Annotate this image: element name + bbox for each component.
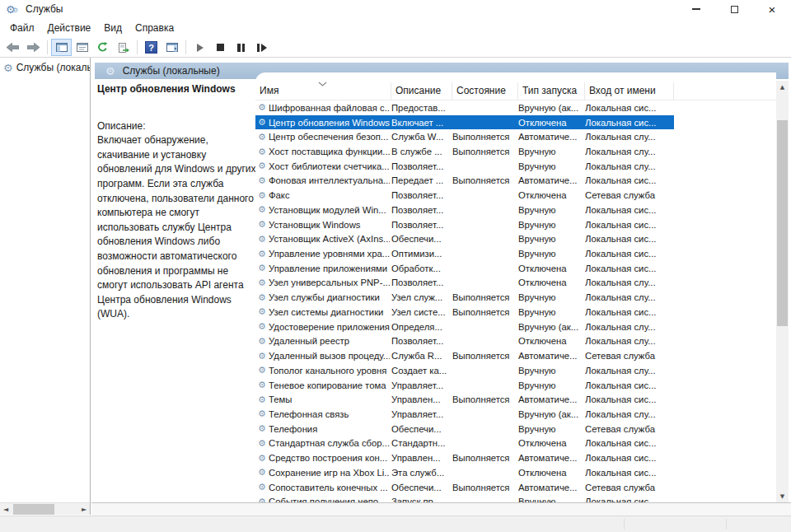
table-row[interactable]: ⚙Управление приложениямиОбработк...Отклю… xyxy=(255,261,674,276)
service-name-cell: ⚙Установщик модулей Win... xyxy=(255,205,391,215)
table-row[interactable]: ⚙ФаксПозволяет...ОтключенаСетевая служба xyxy=(255,188,674,203)
service-gear-icon: ⚙ xyxy=(255,205,269,214)
table-row[interactable]: ⚙Управление уровнями хра...Оптимизи...Вр… xyxy=(255,246,674,261)
maximize-button[interactable] xyxy=(715,0,753,18)
table-row[interactable]: ⚙ТемыУправлен...ВыполняетсяАвтоматиче...… xyxy=(255,392,674,407)
cell: Управлен... xyxy=(391,453,452,463)
cell: Управляет... xyxy=(391,409,452,419)
service-name-cell: ⚙Управление уровнями хра... xyxy=(255,249,391,259)
table-row[interactable]: ⚙Хост библиотеки счетчика...Позволяет...… xyxy=(255,159,674,174)
cell: Локальная слу... xyxy=(585,409,674,419)
cell: Стандартн... xyxy=(391,438,452,448)
stop-service-icon[interactable] xyxy=(210,39,231,56)
table-row[interactable]: ⚙Теневое копирование томаУправляет...Вру… xyxy=(255,378,674,393)
cell: Оптимизи... xyxy=(391,249,452,259)
scrollbar-thumb[interactable] xyxy=(777,120,788,326)
title-bar: ⚙⚙ Службы × xyxy=(0,0,791,18)
table-row[interactable]: ⚙Установщик WindowsПозволяет...ВручнуюЛо… xyxy=(255,217,674,232)
cell: Локальная слу... xyxy=(585,147,674,156)
table-row[interactable]: ⚙Узел системы диагностикиУзел систе...Вы… xyxy=(255,305,674,320)
restart-service-icon[interactable] xyxy=(251,39,272,56)
cell: Автоматиче... xyxy=(518,132,585,142)
properties-icon[interactable] xyxy=(72,39,92,56)
cell: Позволяет... xyxy=(391,205,452,215)
table-row[interactable]: ⚙Удаленный реестрПозволяет...ОтключенаЛо… xyxy=(255,334,674,349)
cell: Вручную xyxy=(518,292,585,302)
table-row[interactable]: ⚙Фоновая интеллектуальна...Передает ...В… xyxy=(255,174,674,189)
show-action-pane-icon[interactable] xyxy=(161,39,182,56)
restart-icon xyxy=(257,44,267,52)
cell: Вручную xyxy=(518,234,585,244)
table-row[interactable]: ⚙Установщик модулей Win...Позволяет...Вр… xyxy=(255,203,674,217)
column-header[interactable]: Вход от имени xyxy=(585,82,674,100)
close-button[interactable]: × xyxy=(753,0,791,18)
cell: Управлен... xyxy=(391,394,452,404)
forward-icon[interactable] xyxy=(23,39,44,56)
table-row[interactable]: ⚙Сопоставитель конечных ...Обеспечи...Вы… xyxy=(255,480,674,495)
table-row[interactable]: ⚙Сохранение игр на Xbox Li...Эта служб..… xyxy=(255,465,674,480)
menu-item[interactable]: Файл xyxy=(3,20,41,36)
services-app-icon: ⚙⚙ xyxy=(6,3,21,16)
table-vertical-scrollbar[interactable]: ▲ ▼ xyxy=(776,81,789,502)
pause-service-icon[interactable] xyxy=(231,39,251,56)
table-row[interactable]: ⚙Телефонная связьУправляет...Вручную (ак… xyxy=(255,407,674,422)
menu-item[interactable]: Вид xyxy=(97,20,129,36)
service-name-cell: ⚙Теневое копирование тома xyxy=(255,380,391,390)
service-name-cell: ⚙Хост библиотеки счетчика... xyxy=(255,161,391,171)
table-row[interactable]: ⚙Тополог канального уровняСоздает ка...В… xyxy=(255,363,674,378)
cell: Локальная слу... xyxy=(585,366,674,376)
table-row[interactable]: ⚙ТелефонияОбеспечи...ВручнуюСетевая служ… xyxy=(255,422,674,436)
cell: Автоматиче... xyxy=(518,394,585,404)
pause-icon xyxy=(237,44,245,52)
tree-horizontal-scrollbar[interactable]: ◄ ► xyxy=(0,502,90,515)
scroll-right-icon[interactable]: ► xyxy=(78,503,90,516)
cell: Локальная сис... xyxy=(585,264,674,273)
service-gear-icon: ⚙ xyxy=(255,337,269,346)
table-row[interactable]: ⚙Шифрованная файловая с...Предостав...Вр… xyxy=(255,100,674,115)
scrollbar-thumb[interactable] xyxy=(13,504,54,515)
cell: Эта служб... xyxy=(391,468,452,478)
table-row[interactable]: ⚙Удостоверение приложенияОпределя...Вруч… xyxy=(255,320,674,334)
service-gear-icon: ⚙ xyxy=(255,118,269,127)
table-row[interactable]: ⚙Узел службы диагностикиУзел служ...Выпо… xyxy=(255,290,674,305)
refresh-icon[interactable] xyxy=(92,39,113,56)
back-icon[interactable] xyxy=(2,39,23,56)
play-icon xyxy=(197,44,204,52)
column-header[interactable]: Описание xyxy=(391,82,452,100)
cell: Выполняется xyxy=(452,483,518,492)
service-name-cell: ⚙Телефония xyxy=(255,424,391,434)
menu-item[interactable]: Действие xyxy=(41,20,98,36)
cell: Вручную xyxy=(518,380,585,390)
scroll-down-icon[interactable]: ▼ xyxy=(776,490,789,502)
table-row[interactable]: ⚙Установщик ActiveX (AxIns...Обеспечи...… xyxy=(255,231,674,246)
services-node-icon: ⚙ xyxy=(3,63,13,73)
export-list-icon[interactable] xyxy=(113,39,133,56)
table-row[interactable]: ⚙Хост поставщика функции...В службе ...В… xyxy=(255,144,674,159)
service-name-cell: ⚙Удаленный вызов процеду... xyxy=(255,351,391,361)
table-row[interactable]: ⚙Центр обновления WindowsВключает ...Отк… xyxy=(255,115,674,130)
show-console-tree-icon[interactable] xyxy=(51,39,72,56)
tree-item-services-local[interactable]: ⚙ Службы (локальные) xyxy=(0,58,90,77)
table-row[interactable]: ⚙Средство построения кон...Управлен...Вы… xyxy=(255,450,674,465)
scroll-up-icon[interactable]: ▲ xyxy=(776,81,789,93)
cell: Позволяет... xyxy=(391,278,452,287)
service-gear-icon: ⚙ xyxy=(255,235,269,244)
service-gear-icon: ⚙ xyxy=(255,250,269,259)
start-service-icon[interactable] xyxy=(190,39,210,56)
cell: Вручную xyxy=(518,220,585,230)
table-row[interactable]: ⚙Узел универсальных PNP-...Позволяет...О… xyxy=(255,276,674,291)
service-name-cell: ⚙Управление приложениями xyxy=(255,264,391,273)
table-row[interactable]: ⚙События получения непо...Запуск пр...Вр… xyxy=(255,494,674,502)
help-icon[interactable]: ? xyxy=(141,39,161,56)
maximize-icon xyxy=(731,6,738,13)
scroll-left-icon[interactable]: ◄ xyxy=(0,503,12,516)
service-name-cell: ⚙Центр обновления Windows xyxy=(255,118,391,128)
table-row[interactable]: ⚙Удаленный вызов процеду...Служба R...Вы… xyxy=(255,348,674,363)
table-row[interactable]: ⚙Стандартная служба сбор...Стандартн...О… xyxy=(255,436,674,451)
cell: Отключена xyxy=(518,278,585,287)
minimize-button[interactable] xyxy=(677,0,715,18)
menu-item[interactable]: Справка xyxy=(129,20,180,36)
column-header[interactable]: Тип запуска xyxy=(518,82,585,100)
table-row[interactable]: ⚙Центр обеспечения безоп...Служба W...Вы… xyxy=(255,129,674,144)
column-header[interactable]: Состояние xyxy=(452,82,518,100)
